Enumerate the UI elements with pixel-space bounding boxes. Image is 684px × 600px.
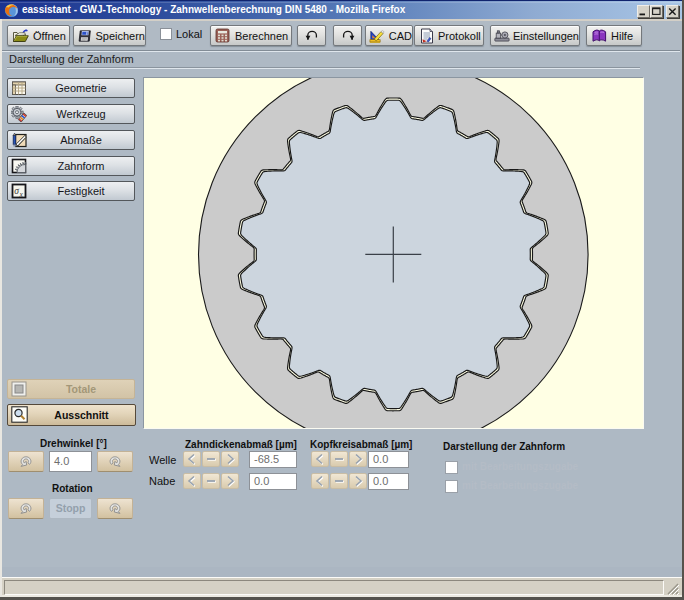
svg-text:x: x <box>19 190 24 199</box>
svg-text:σ: σ <box>14 186 19 196</box>
